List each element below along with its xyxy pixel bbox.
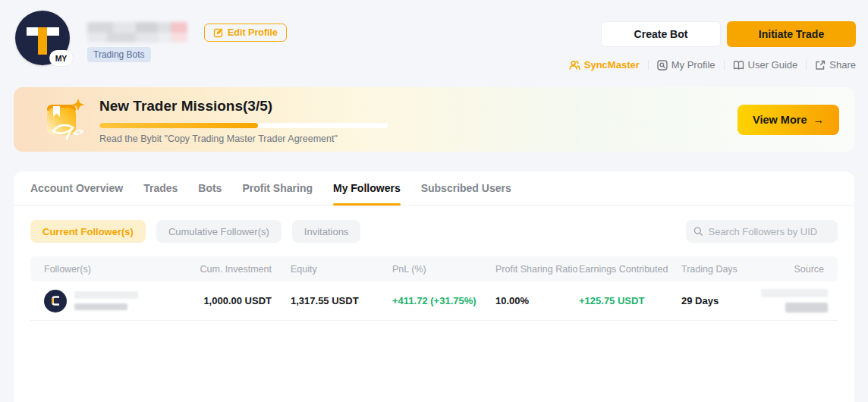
col-followers: Follower(s) <box>44 264 188 275</box>
pnl-value: +411.72 (+31.75%) <box>392 295 495 306</box>
filter-row: Current Follower(s) Cumulative Follower(… <box>14 206 854 256</box>
syncmaster-link[interactable]: SyncMaster <box>569 59 640 71</box>
share-icon <box>815 60 826 71</box>
follower-cell <box>44 290 188 312</box>
follower-avatar-logo <box>49 294 62 307</box>
equity-value: 1,317.55 USDT <box>291 295 392 306</box>
share-link[interactable]: Share <box>815 59 856 71</box>
missions-progress-fill <box>99 123 258 128</box>
edit-profile-label: Edit Profile <box>228 27 278 38</box>
user-guide-link[interactable]: User Guide <box>733 59 798 71</box>
trader-missions-banner: New Trader Missions(3/5) Read the Bybit … <box>14 87 854 152</box>
tab-my-followers[interactable]: My Followers <box>333 171 401 205</box>
source-redacted <box>761 289 828 312</box>
trader-name-redacted <box>87 22 187 42</box>
sync-master-icon <box>569 60 580 71</box>
tab-bots[interactable]: Bots <box>198 171 222 205</box>
arrow-right-icon: → <box>813 114 824 126</box>
search-icon <box>693 226 703 237</box>
my-profile-icon <box>657 60 668 71</box>
trading-bots-badge: Trading Bots <box>87 47 151 62</box>
pill-cumulative-followers[interactable]: Cumulative Follower(s) <box>156 220 281 243</box>
missions-title: New Trader Missions(3/5) <box>99 98 272 115</box>
col-trading-days: Trading Days <box>681 264 761 275</box>
divider <box>724 60 725 70</box>
tab-profit-sharing[interactable]: Profit Sharing <box>242 171 313 205</box>
col-earnings-contributed: Earnings Contributed <box>579 264 681 275</box>
divider <box>648 60 649 70</box>
initiate-trade-button[interactable]: Initiate Trade <box>727 21 856 47</box>
my-badge: MY <box>49 50 73 66</box>
profit-sharing-ratio-value: 10.00% <box>495 295 579 306</box>
follower-avatar <box>44 290 67 312</box>
tab-account-overview[interactable]: Account Overview <box>30 171 123 205</box>
tab-subscribed-users[interactable]: Subscribed Users <box>421 171 511 205</box>
missions-subtitle: Read the Bybit "Copy Trading Master Trad… <box>99 133 338 144</box>
my-profile-label: My Profile <box>671 59 715 71</box>
view-more-button[interactable]: View More → <box>737 105 839 135</box>
avatar-logo-shape <box>38 27 47 55</box>
follower-name-redacted <box>74 291 138 310</box>
cum-investment-value: 1,000.00 USDT <box>188 295 272 306</box>
pill-current-followers[interactable]: Current Follower(s) <box>30 220 146 243</box>
view-more-label: View More <box>753 114 807 126</box>
missions-progress-bar <box>99 123 388 128</box>
syncmaster-label: SyncMaster <box>584 59 640 71</box>
edit-profile-button[interactable]: Edit Profile <box>204 24 287 42</box>
col-cum-investment: Cum. Investment <box>188 264 272 275</box>
missions-book-icon <box>41 97 85 141</box>
trading-days-value: 29 Days <box>681 295 761 306</box>
divider <box>806 60 807 70</box>
search-followers-box[interactable] <box>686 220 838 243</box>
header-links: SyncMaster My Profile User Guide <box>569 59 856 71</box>
follower-filter-pills: Current Follower(s) Cumulative Follower(… <box>30 220 360 243</box>
col-pnl: PnL (%) <box>392 264 495 275</box>
col-profit-sharing-ratio: Profit Sharing Ratio <box>495 264 579 275</box>
table-row: 1,000.00 USDT 1,317.55 USDT +411.72 (+31… <box>30 281 838 321</box>
my-profile-link[interactable]: My Profile <box>657 59 715 71</box>
user-guide-label: User Guide <box>748 59 798 71</box>
table-header: Follower(s) Cum. Investment Equity PnL (… <box>30 256 838 281</box>
profile-header: MY Trading Bots Edit Profile Create Bot … <box>0 0 868 87</box>
create-bot-button[interactable]: Create Bot <box>601 21 721 47</box>
share-label: Share <box>829 59 856 71</box>
user-guide-icon <box>733 60 744 71</box>
section-tabs: Account Overview Trades Bots Profit Shar… <box>14 171 854 206</box>
edit-icon <box>213 27 224 38</box>
pill-invitations[interactable]: Invitations <box>292 220 361 243</box>
trader-avatar: MY <box>15 11 70 65</box>
col-source: Source <box>761 264 824 275</box>
followers-card: Account Overview Trades Bots Profit Shar… <box>14 171 854 402</box>
tab-trades[interactable]: Trades <box>143 171 178 205</box>
followers-table: Follower(s) Cum. Investment Equity PnL (… <box>30 256 838 321</box>
earnings-contributed-value: +125.75 USDT <box>579 295 681 306</box>
col-equity: Equity <box>291 264 392 275</box>
search-followers-input[interactable] <box>708 226 830 237</box>
